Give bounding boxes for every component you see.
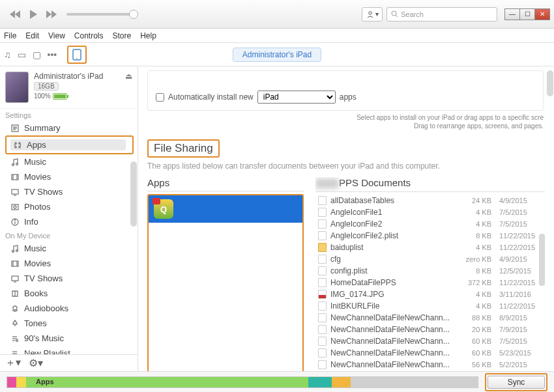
bottom-bar: Apps Sync — [0, 371, 554, 392]
file-icon — [318, 325, 327, 334]
close-button[interactable]: ✕ — [534, 8, 550, 20]
doc-date: 7/5/2015 — [495, 220, 542, 228]
menu-edit[interactable]: Edit — [25, 31, 39, 40]
file-icon — [318, 208, 327, 217]
doc-row[interactable]: InitBKURLFile4 KB11/22/2015 — [315, 300, 545, 312]
doc-row[interactable]: cfgzero KB4/9/2015 — [315, 253, 545, 265]
settings-gear-button[interactable]: ⚙▾ — [29, 357, 43, 369]
sidebar-item-movies[interactable]: Movies — [0, 256, 138, 271]
doc-row[interactable]: HomeDataFilePPS372 KB11/22/2015 — [315, 277, 545, 288]
doc-row[interactable]: baiduplist4 KB11/22/2015 — [315, 242, 545, 253]
usage-segment — [332, 377, 351, 387]
doc-row[interactable]: AngleIconFile2.plist8 KB11/22/2015 — [315, 230, 545, 242]
file-icon — [318, 219, 327, 229]
more-category-icon[interactable]: ••• — [48, 49, 57, 60]
doc-date: 7/9/2015 — [495, 326, 542, 333]
play-controls — [7, 6, 60, 23]
eject-button[interactable]: ⏏ — [125, 72, 132, 103]
sidebar-item-90-s-music[interactable]: 90's Music — [0, 331, 138, 346]
doc-date: 5/2/2015 — [495, 361, 542, 369]
doc-name: NewChannelDataFileNewChann... — [330, 337, 452, 346]
menu-controls[interactable]: Controls — [74, 31, 104, 40]
device-button[interactable] — [67, 46, 87, 64]
menu-file[interactable]: File — [4, 31, 16, 40]
main: Administrator's iPad 16GB 100% ⏏ Setting… — [0, 66, 554, 371]
sidebar-item-movies[interactable]: Movies — [0, 169, 138, 184]
usage-segment — [351, 377, 478, 387]
usage-label: Apps — [36, 378, 54, 385]
doc-row[interactable]: NewChannelDataFileNewChann...20 KB7/9/20… — [315, 324, 545, 335]
sidebar-item-music[interactable]: Music — [0, 241, 138, 256]
maximize-button[interactable]: ☐ — [519, 8, 535, 20]
doc-size: 56 KB — [456, 361, 491, 369]
sidebar-item-photos[interactable]: Photos — [0, 199, 138, 214]
volume-knob[interactable] — [129, 10, 138, 19]
doc-size: 8 KB — [456, 232, 491, 240]
sync-button[interactable]: Sync — [488, 376, 545, 389]
tv-category-icon[interactable]: ▢ — [33, 49, 41, 60]
sidebar-item-tv-shows[interactable]: TV Shows — [0, 184, 138, 199]
movies-category-icon[interactable]: ▭ — [18, 49, 26, 60]
window-buttons: — ☐ ✕ — [505, 8, 550, 20]
search-icon — [391, 10, 398, 18]
sidebar-item-tv-shows[interactable]: TV Shows — [0, 271, 138, 286]
file-sharing-heading-box: File Sharing — [147, 139, 220, 158]
auto-install-checkbox[interactable] — [156, 93, 164, 102]
doc-row[interactable]: NewChannelDataFileNewChann...60 KB7/5/20… — [315, 335, 545, 347]
doc-row[interactable]: NewChannelDataFileNewChann...60 KB5/23/2… — [315, 347, 545, 359]
auto-install-select[interactable]: iPad — [257, 91, 336, 104]
volume-slider[interactable] — [66, 13, 138, 16]
usage-segment — [7, 377, 16, 387]
docs-panel[interactable]: allDatabaseTables24 KB4/9/2015AngleIconF… — [315, 195, 545, 371]
next-button[interactable] — [43, 6, 60, 23]
user-icon — [366, 10, 374, 18]
doc-row[interactable]: NewChannelDataFileNewChann...88 KB8/9/20… — [315, 312, 545, 324]
music-category-icon[interactable]: ♫ — [4, 49, 11, 60]
prev-button[interactable] — [7, 6, 23, 23]
doc-date: 3/11/2016 — [495, 290, 542, 298]
sidebar-item-info[interactable]: Info — [0, 214, 138, 229]
sidebar-item-books[interactable]: Books — [0, 286, 138, 301]
sidebar-item-music[interactable]: Music — [0, 154, 138, 169]
content-scrollbar[interactable] — [547, 70, 553, 96]
sidebar-item-audiobooks[interactable]: Audiobooks — [0, 301, 138, 316]
docs-scrollbar[interactable] — [539, 234, 545, 286]
menu-store[interactable]: Store — [113, 31, 132, 40]
sidebar-item-tones[interactable]: Tones — [0, 316, 138, 331]
sidebar-item-summary[interactable]: Summary — [0, 120, 138, 135]
doc-date: 4/9/2015 — [495, 255, 542, 263]
menu-help[interactable]: Help — [140, 31, 156, 40]
category-bar: ♫ ▭ ▢ ••• Administrator's iPad — [0, 43, 554, 66]
add-playlist-button[interactable]: ＋▾ — [5, 356, 21, 370]
minimize-button[interactable]: — — [504, 8, 520, 20]
file-icon — [318, 290, 327, 299]
doc-row[interactable]: config.plist8 KB12/5/2015 — [315, 265, 545, 277]
doc-row[interactable]: AngleIconFile24 KB7/5/2015 — [315, 218, 545, 230]
user-menu-button[interactable]: ▾ — [362, 7, 383, 21]
apps-panel[interactable]: Q — [147, 194, 304, 371]
sidebar-scrollbar[interactable] — [130, 161, 137, 227]
device-thumbnail — [5, 72, 29, 103]
file-icon — [318, 337, 327, 346]
content: Automatically install new iPad apps Sele… — [138, 66, 554, 371]
doc-date: 7/5/2015 — [495, 208, 542, 216]
sidebar-item-apps[interactable]: Apps — [5, 135, 134, 154]
device-chip[interactable]: Administrator's iPad — [233, 48, 321, 62]
menu-view[interactable]: View — [48, 31, 65, 40]
doc-size: 4 KB — [456, 244, 491, 251]
app-row-selected[interactable]: Q — [149, 195, 302, 223]
svg-line-2 — [396, 15, 398, 17]
doc-size: 88 KB — [456, 314, 491, 322]
battery-icon — [53, 93, 67, 100]
play-button[interactable] — [25, 6, 42, 23]
doc-date: 11/22/2015 — [495, 244, 542, 251]
doc-row[interactable]: AngleIconFile14 KB7/5/2015 — [315, 206, 545, 218]
file-sharing-heading: File Sharing — [154, 142, 213, 154]
doc-row[interactable]: IMG_0174.JPG4 KB3/11/2016 — [315, 288, 545, 300]
svg-point-24 — [15, 219, 16, 220]
doc-row[interactable]: allDatabaseTables24 KB4/9/2015 — [315, 195, 545, 206]
doc-row[interactable]: NewChannelDataFileNewChann...56 KB5/2/20… — [315, 359, 545, 371]
usage-segment — [16, 377, 25, 387]
doc-name: HomeDataFilePPS — [330, 278, 452, 287]
search-input[interactable]: Search — [386, 7, 497, 21]
